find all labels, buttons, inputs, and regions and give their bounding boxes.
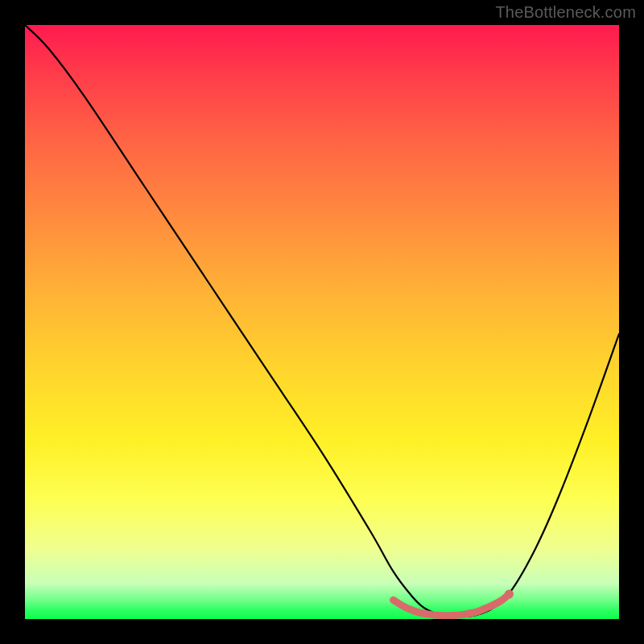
curve-layer [25,25,619,619]
plot-area [25,25,619,619]
bottleneck-curve [25,25,619,617]
optimal-zone-marker [394,594,510,616]
watermark-text: TheBottleneck.com [495,3,636,22]
optimal-zone-dots [505,590,514,599]
marker-end-dot [505,590,514,599]
chart-frame: TheBottleneck.com [0,0,644,644]
